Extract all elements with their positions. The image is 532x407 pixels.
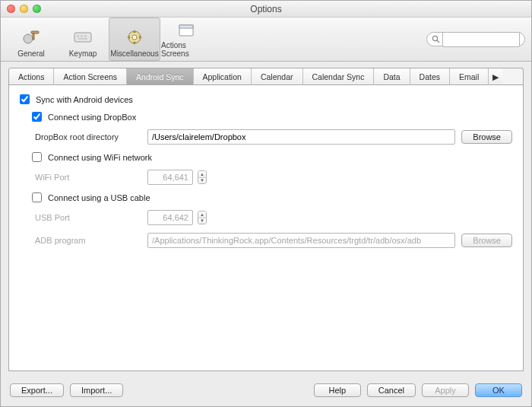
svg-rect-2: [33, 33, 34, 40]
toolbar-actions-screens[interactable]: Actions Screens: [160, 17, 212, 61]
svg-rect-7: [78, 38, 87, 40]
footer: Export... Import... Help Cancel Apply OK: [1, 377, 531, 406]
tab-android-sync[interactable]: Android Sync: [127, 68, 193, 84]
wifi-checkbox[interactable]: [32, 152, 42, 162]
wifi-port-label: WiFi Port: [35, 173, 141, 182]
window-icon: [175, 21, 198, 40]
svg-line-13: [437, 40, 439, 43]
wifi-port-row: WiFi Port ▲ ▼: [35, 170, 512, 185]
toolbar-keymap-label: Keymap: [69, 49, 97, 58]
dropbox-root-input[interactable]: [147, 129, 455, 145]
minimize-icon[interactable]: [20, 5, 28, 13]
usb-port-stepper: ▲ ▼: [198, 211, 207, 224]
window-title: Options: [1, 4, 531, 14]
svg-point-0: [24, 34, 33, 43]
dropbox-root-row: DropBox root directory Browse: [35, 129, 512, 145]
sync-enable-checkbox[interactable]: [20, 94, 30, 104]
sync-enable-row: Sync with Android devices: [20, 94, 512, 104]
stepper-up-icon: ▲: [198, 171, 206, 178]
stepper-down-icon: ▼: [198, 218, 206, 224]
usb-label: Connect using a USB cable: [48, 193, 150, 202]
tab-calendar-sync[interactable]: Calendar Sync: [303, 68, 375, 84]
svg-point-9: [132, 35, 137, 40]
wifi-row: Connect using WiFi network: [32, 152, 512, 162]
import-button[interactable]: Import...: [70, 383, 123, 397]
svg-point-12: [432, 36, 437, 40]
dropbox-browse-button[interactable]: Browse: [461, 130, 512, 144]
toolbar-general[interactable]: General: [5, 17, 57, 61]
chevron-right-icon: ▶: [492, 72, 499, 81]
tab-calendar[interactable]: Calendar: [252, 68, 303, 84]
svg-rect-6: [84, 35, 87, 37]
titlebar: Options: [1, 1, 531, 17]
traffic-lights: [1, 5, 41, 13]
toolbar: General Keymap Miscellaneous Actions Scr…: [1, 17, 531, 62]
zoom-icon[interactable]: [33, 5, 41, 13]
toolbar-keymap[interactable]: Keymap: [57, 17, 109, 61]
wifi-label: Connect using WiFi network: [48, 153, 152, 162]
keyboard-icon: [71, 27, 94, 48]
adb-label: ADB program: [35, 236, 141, 245]
export-button[interactable]: Export...: [10, 383, 64, 397]
usb-port-input: [147, 210, 193, 225]
usb-row: Connect using a USB cable: [32, 192, 512, 202]
wifi-port-stepper: ▲ ▼: [198, 170, 207, 184]
dropbox-label: Connect using DropBox: [48, 113, 136, 122]
ok-button[interactable]: OK: [475, 383, 522, 397]
toolbar-search[interactable]: [426, 32, 525, 46]
usb-port-label: USB Port: [35, 213, 141, 222]
svg-rect-4: [77, 35, 79, 37]
usb-port-row: USB Port ▲ ▼: [35, 210, 512, 225]
stepper-up-icon: ▲: [198, 211, 206, 218]
dropbox-row: Connect using DropBox: [32, 112, 512, 122]
close-icon[interactable]: [7, 5, 15, 13]
apply-button: Apply: [422, 383, 469, 397]
toolbar-general-label: General: [17, 49, 45, 58]
tabstrip: Actions Action Screens Android Sync Appl…: [8, 68, 524, 84]
dropbox-root-label: DropBox root directory: [35, 132, 141, 141]
adb-row: ADB program Browse: [35, 233, 512, 248]
cancel-button[interactable]: Cancel: [367, 383, 416, 397]
misc-icon: [123, 27, 146, 48]
search-icon: [432, 35, 440, 43]
options-window: Options General Keymap Miscellaneous Ac: [0, 0, 532, 407]
toolbar-misc-label: Miscellaneous: [110, 49, 158, 58]
tab-actions[interactable]: Actions: [9, 68, 54, 84]
toolbar-screens-label: Actions Screens: [161, 41, 211, 58]
tab-email[interactable]: Email: [450, 68, 489, 84]
gear-icon: [20, 27, 43, 48]
android-sync-panel: Sync with Android devices Connect using …: [8, 84, 524, 371]
tab-dates[interactable]: Dates: [410, 68, 450, 84]
help-button[interactable]: Help: [314, 383, 361, 397]
svg-rect-11: [179, 25, 193, 28]
toolbar-miscellaneous[interactable]: Miscellaneous: [109, 17, 160, 61]
tab-data[interactable]: Data: [374, 68, 410, 84]
dropbox-checkbox[interactable]: [32, 112, 42, 122]
search-input[interactable]: [442, 32, 520, 47]
tab-application[interactable]: Application: [194, 68, 252, 84]
tab-action-screens[interactable]: Action Screens: [54, 68, 127, 84]
adb-browse-button: Browse: [461, 234, 512, 247]
svg-rect-5: [81, 35, 83, 37]
sync-enable-label: Sync with Android devices: [36, 95, 133, 104]
adb-input: [147, 233, 455, 248]
tab-scroll-right[interactable]: ▶: [489, 68, 502, 84]
wifi-port-input: [147, 170, 193, 185]
usb-checkbox[interactable]: [32, 192, 42, 202]
stepper-down-icon: ▼: [198, 178, 206, 184]
